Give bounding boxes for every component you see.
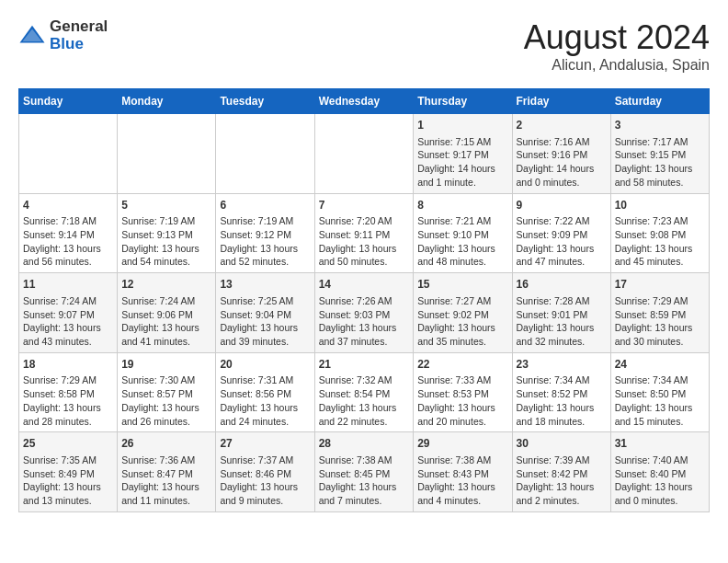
- calendar-cell: 27Sunrise: 7:37 AM Sunset: 8:46 PM Dayli…: [216, 432, 314, 512]
- calendar-cell: 21Sunrise: 7:32 AM Sunset: 8:54 PM Dayli…: [314, 352, 414, 432]
- location-subtitle: Alicun, Andalusia, Spain: [524, 57, 710, 74]
- day-info: Sunrise: 7:31 AM Sunset: 8:56 PM Dayligh…: [220, 373, 310, 428]
- day-number: 3: [615, 118, 705, 133]
- day-info: Sunrise: 7:18 AM Sunset: 9:14 PM Dayligh…: [23, 214, 113, 269]
- day-number: 6: [220, 198, 310, 213]
- day-number: 17: [615, 277, 705, 293]
- day-info: Sunrise: 7:20 AM Sunset: 9:11 PM Dayligh…: [319, 214, 410, 269]
- day-info: Sunrise: 7:34 AM Sunset: 8:50 PM Dayligh…: [615, 373, 705, 428]
- day-number: 19: [121, 357, 211, 373]
- title-block: August 2024 Alicun, Andalusia, Spain: [524, 18, 710, 74]
- calendar-cell: 4Sunrise: 7:18 AM Sunset: 9:14 PM Daylig…: [19, 193, 118, 273]
- day-number: 30: [517, 436, 607, 452]
- day-header-thursday: Thursday: [414, 89, 512, 114]
- calendar-cell: 8Sunrise: 7:21 AM Sunset: 9:10 PM Daylig…: [414, 193, 512, 273]
- calendar-cell: 10Sunrise: 7:23 AM Sunset: 9:08 PM Dayli…: [610, 193, 709, 273]
- day-number: 13: [220, 277, 310, 293]
- calendar-cell: 22Sunrise: 7:33 AM Sunset: 8:53 PM Dayli…: [414, 352, 512, 432]
- calendar-cell: 11Sunrise: 7:24 AM Sunset: 9:07 PM Dayli…: [19, 273, 118, 353]
- logo-blue: Blue: [50, 36, 108, 53]
- calendar-cell: 28Sunrise: 7:38 AM Sunset: 8:45 PM Dayli…: [314, 432, 414, 512]
- day-info: Sunrise: 7:27 AM Sunset: 9:02 PM Dayligh…: [417, 294, 507, 349]
- day-info: Sunrise: 7:24 AM Sunset: 9:06 PM Dayligh…: [121, 294, 211, 349]
- calendar-cell: 31Sunrise: 7:40 AM Sunset: 8:40 PM Dayli…: [610, 432, 709, 512]
- day-header-tuesday: Tuesday: [216, 89, 314, 114]
- calendar-cell: 25Sunrise: 7:35 AM Sunset: 8:49 PM Dayli…: [19, 432, 118, 512]
- day-number: 25: [23, 436, 113, 452]
- day-info: Sunrise: 7:29 AM Sunset: 8:58 PM Dayligh…: [23, 373, 113, 428]
- day-info: Sunrise: 7:26 AM Sunset: 9:03 PM Dayligh…: [319, 294, 410, 349]
- day-number: 27: [220, 436, 310, 452]
- day-number: 24: [615, 357, 705, 373]
- day-info: Sunrise: 7:35 AM Sunset: 8:49 PM Dayligh…: [23, 454, 113, 508]
- calendar-week-1: 1Sunrise: 7:15 AM Sunset: 9:17 PM Daylig…: [19, 114, 710, 194]
- logo: General Blue: [18, 18, 108, 52]
- logo-icon: [18, 22, 46, 50]
- day-number: 1: [417, 118, 507, 133]
- calendar-table: SundayMondayTuesdayWednesdayThursdayFrid…: [18, 88, 710, 512]
- day-info: Sunrise: 7:23 AM Sunset: 9:08 PM Dayligh…: [615, 214, 705, 269]
- day-number: 29: [417, 436, 507, 452]
- calendar-cell: 30Sunrise: 7:39 AM Sunset: 8:42 PM Dayli…: [512, 432, 610, 512]
- calendar-cell: 23Sunrise: 7:34 AM Sunset: 8:52 PM Dayli…: [512, 352, 610, 432]
- day-info: Sunrise: 7:19 AM Sunset: 9:13 PM Dayligh…: [121, 214, 211, 269]
- calendar-cell: 5Sunrise: 7:19 AM Sunset: 9:13 PM Daylig…: [118, 193, 216, 273]
- day-info: Sunrise: 7:36 AM Sunset: 8:47 PM Dayligh…: [121, 454, 211, 508]
- day-number: 8: [417, 198, 507, 213]
- days-header-row: SundayMondayTuesdayWednesdayThursdayFrid…: [19, 89, 710, 114]
- day-number: 14: [319, 277, 410, 293]
- calendar-cell: [118, 114, 216, 194]
- day-info: Sunrise: 7:19 AM Sunset: 9:12 PM Dayligh…: [220, 214, 310, 269]
- calendar-cell: 12Sunrise: 7:24 AM Sunset: 9:06 PM Dayli…: [118, 273, 216, 353]
- calendar-cell: 13Sunrise: 7:25 AM Sunset: 9:04 PM Dayli…: [216, 273, 314, 353]
- calendar-cell: 18Sunrise: 7:29 AM Sunset: 8:58 PM Dayli…: [19, 352, 118, 432]
- calendar-cell: 24Sunrise: 7:34 AM Sunset: 8:50 PM Dayli…: [610, 352, 709, 432]
- day-info: Sunrise: 7:17 AM Sunset: 9:15 PM Dayligh…: [615, 135, 705, 190]
- calendar-cell: 17Sunrise: 7:29 AM Sunset: 8:59 PM Dayli…: [610, 273, 709, 353]
- day-info: Sunrise: 7:30 AM Sunset: 8:57 PM Dayligh…: [121, 373, 211, 428]
- calendar-week-2: 4Sunrise: 7:18 AM Sunset: 9:14 PM Daylig…: [19, 193, 710, 273]
- calendar-cell: 6Sunrise: 7:19 AM Sunset: 9:12 PM Daylig…: [216, 193, 314, 273]
- day-info: Sunrise: 7:16 AM Sunset: 9:16 PM Dayligh…: [517, 135, 607, 190]
- calendar-cell: [216, 114, 314, 194]
- calendar-week-3: 11Sunrise: 7:24 AM Sunset: 9:07 PM Dayli…: [19, 273, 710, 353]
- day-header-friday: Friday: [512, 89, 610, 114]
- calendar-week-5: 25Sunrise: 7:35 AM Sunset: 8:49 PM Dayli…: [19, 432, 710, 512]
- day-number: 16: [517, 277, 607, 293]
- calendar-cell: 14Sunrise: 7:26 AM Sunset: 9:03 PM Dayli…: [314, 273, 414, 353]
- day-number: 5: [121, 198, 211, 213]
- calendar-cell: 3Sunrise: 7:17 AM Sunset: 9:15 PM Daylig…: [610, 114, 709, 194]
- day-number: 28: [319, 436, 410, 452]
- day-header-monday: Monday: [118, 89, 216, 114]
- day-number: 4: [23, 198, 113, 213]
- day-info: Sunrise: 7:40 AM Sunset: 8:40 PM Dayligh…: [615, 454, 705, 508]
- calendar-cell: 15Sunrise: 7:27 AM Sunset: 9:02 PM Dayli…: [414, 273, 512, 353]
- day-info: Sunrise: 7:37 AM Sunset: 8:46 PM Dayligh…: [220, 454, 310, 508]
- calendar-cell: 16Sunrise: 7:28 AM Sunset: 9:01 PM Dayli…: [512, 273, 610, 353]
- day-number: 10: [615, 198, 705, 213]
- day-number: 15: [417, 277, 507, 293]
- day-number: 20: [220, 357, 310, 373]
- day-number: 18: [23, 357, 113, 373]
- calendar-cell: 19Sunrise: 7:30 AM Sunset: 8:57 PM Dayli…: [118, 352, 216, 432]
- day-info: Sunrise: 7:25 AM Sunset: 9:04 PM Dayligh…: [220, 294, 310, 349]
- day-header-wednesday: Wednesday: [314, 89, 414, 114]
- calendar-week-4: 18Sunrise: 7:29 AM Sunset: 8:58 PM Dayli…: [19, 352, 710, 432]
- day-info: Sunrise: 7:38 AM Sunset: 8:43 PM Dayligh…: [417, 454, 507, 508]
- day-info: Sunrise: 7:29 AM Sunset: 8:59 PM Dayligh…: [615, 294, 705, 349]
- day-number: 2: [517, 118, 607, 133]
- day-info: Sunrise: 7:39 AM Sunset: 8:42 PM Dayligh…: [517, 454, 607, 508]
- calendar-cell: 29Sunrise: 7:38 AM Sunset: 8:43 PM Dayli…: [414, 432, 512, 512]
- day-number: 26: [121, 436, 211, 452]
- page-header: General Blue August 2024 Alicun, Andalus…: [18, 18, 710, 74]
- logo-general: General: [50, 18, 108, 36]
- day-number: 23: [517, 357, 607, 373]
- day-number: 7: [319, 198, 410, 213]
- calendar-cell: 9Sunrise: 7:22 AM Sunset: 9:09 PM Daylig…: [512, 193, 610, 273]
- day-info: Sunrise: 7:32 AM Sunset: 8:54 PM Dayligh…: [319, 373, 410, 428]
- month-year-title: August 2024: [524, 18, 710, 57]
- day-number: 21: [319, 357, 410, 373]
- day-info: Sunrise: 7:24 AM Sunset: 9:07 PM Dayligh…: [23, 294, 113, 349]
- day-info: Sunrise: 7:34 AM Sunset: 8:52 PM Dayligh…: [517, 373, 607, 428]
- day-info: Sunrise: 7:33 AM Sunset: 8:53 PM Dayligh…: [417, 373, 507, 428]
